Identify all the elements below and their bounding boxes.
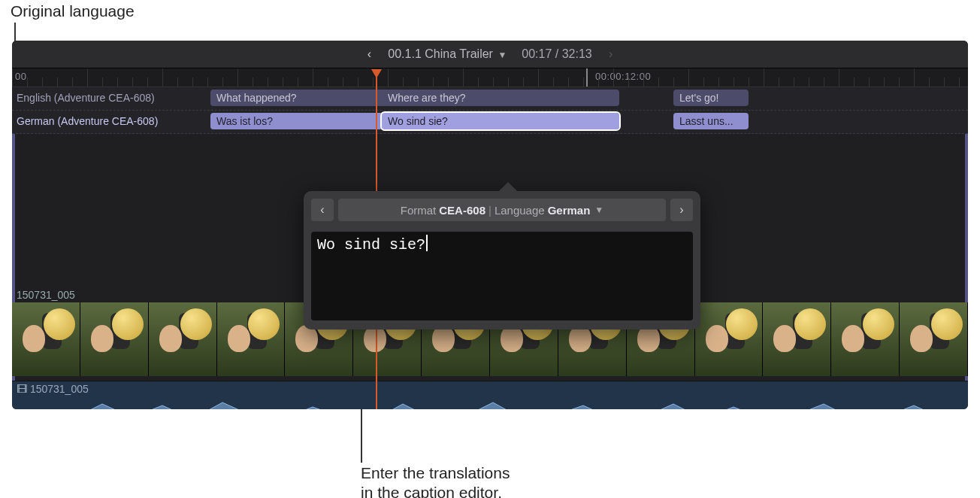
ruler-tick (42, 77, 43, 87)
caption-clip[interactable]: Lasst uns... (673, 113, 749, 129)
ruler-tick (177, 77, 178, 87)
playhead-handle-icon (371, 69, 382, 78)
ruler-tick (688, 68, 689, 87)
text-cursor-icon (426, 235, 428, 251)
waveform-icon (12, 396, 968, 409)
caption-clip[interactable]: Let's go! (673, 90, 749, 106)
ruler-tick (869, 77, 870, 87)
ruler-tick (298, 77, 298, 87)
ruler-tick (102, 77, 103, 87)
ruler-tick (583, 77, 584, 87)
thumbnail (149, 302, 217, 376)
audio-clip-name: 150731_005 (30, 383, 89, 395)
callout-original-language: Original language (11, 2, 135, 21)
caption-lane-english[interactable]: English (Adventure CEA-608) What happene… (12, 87, 968, 111)
lane-label: English (Adventure CEA-608) (17, 92, 155, 104)
ruler-tick (794, 77, 794, 87)
callout-text-line: Enter the translations (361, 463, 510, 483)
ruler-tick (809, 77, 809, 87)
ruler-tick (117, 77, 118, 87)
audio-waveform: 🎞︎ 150731_005 (12, 381, 968, 409)
timeline-panel: ‹ 00.1.1 China Trailer ▼ 00:17 / 32:13 ›… (12, 41, 968, 409)
thumbnail (763, 302, 831, 376)
ruler-tick (328, 77, 328, 87)
ruler-tick (358, 77, 358, 87)
ruler-tick (779, 77, 779, 87)
callout-enter-translations: Enter the translations in the caption ed… (361, 463, 510, 498)
lane-label: German (Adventure CEA-608) (17, 115, 158, 127)
ruler-tick (237, 68, 238, 87)
thumbnail (12, 302, 80, 376)
ruler-tick (643, 77, 644, 87)
ruler-tick (87, 68, 88, 87)
thumbnail (831, 302, 900, 376)
thumbnail (80, 302, 149, 376)
ruler-tick (959, 77, 960, 87)
caption-format-language-dropdown[interactable]: Format CEA-608 | Language German ▼ (338, 199, 666, 221)
ruler-tick (147, 77, 148, 87)
time-ruler[interactable]: 00 00:00:12:00 (12, 68, 968, 87)
ruler-label: 00 (15, 71, 26, 82)
ruler-tick (478, 77, 479, 87)
caption-clip-selected[interactable]: Wo sind sie? (382, 113, 619, 129)
callout-text-line: in the caption editor. (361, 483, 510, 498)
ruler-tick (824, 77, 824, 87)
next-caption-button[interactable]: › (670, 199, 693, 221)
caption-text-editor[interactable]: Wo sind sie? (311, 232, 693, 320)
ruler-tick (929, 77, 930, 87)
caption-text: Wo sind sie? (317, 236, 425, 254)
ruler-tick (132, 77, 133, 87)
ruler-tick (313, 68, 313, 87)
thumbnail (217, 302, 286, 376)
ruler-tick (12, 68, 13, 87)
ruler-tick (403, 77, 404, 87)
ruler-tick (613, 68, 614, 87)
ruler-tick (899, 77, 900, 87)
ruler-tick (222, 77, 223, 87)
ruler-tick (523, 77, 524, 87)
ruler-tick (733, 77, 734, 87)
ruler-tick (914, 68, 915, 87)
ruler-tick (192, 77, 193, 87)
thumbnail (695, 302, 764, 376)
chevron-down-icon: ▼ (594, 205, 603, 215)
history-forward-button[interactable]: › (601, 44, 621, 64)
filmstrip-icon: 🎞︎ (17, 383, 27, 395)
project-title-dropdown[interactable]: 00.1.1 China Trailer ▼ (388, 47, 507, 61)
prev-caption-button[interactable]: ‹ (311, 199, 334, 221)
ruler-tick (388, 68, 389, 87)
popover-header: ‹ Format CEA-608 | Language German ▼ › (304, 191, 700, 229)
audio-track[interactable]: 🎞︎ 150731_005 (12, 381, 968, 409)
language-label: Language (495, 204, 545, 217)
ruler-tick (343, 77, 343, 87)
caption-clip[interactable]: What happened? (210, 90, 388, 106)
ruler-tick (283, 77, 283, 87)
ruler-tick (658, 77, 659, 87)
history-back-button[interactable]: ‹ (359, 44, 379, 64)
format-label: Format (401, 204, 437, 217)
ruler-tick (764, 68, 764, 87)
ruler-tick (448, 77, 449, 87)
ruler-tick (839, 68, 839, 87)
timecode-display: 00:17 / 32:13 (522, 47, 591, 61)
ruler-tick (162, 68, 163, 87)
ruler-tick (673, 77, 674, 87)
caption-clip[interactable]: Where are they? (382, 90, 619, 106)
ruler-tick (433, 77, 434, 87)
ruler-tick (268, 77, 268, 87)
ruler-tick (854, 77, 854, 87)
ruler-tick (27, 77, 28, 87)
caption-editor-popover: ‹ Format CEA-608 | Language German ▼ › W… (304, 191, 700, 329)
ruler-tick (703, 77, 704, 87)
ruler-tick (598, 77, 599, 87)
caption-lane-german[interactable]: German (Adventure CEA-608) Was ist los? … (12, 111, 968, 134)
caption-clip[interactable]: Was ist los? (210, 113, 388, 129)
ruler-tick (373, 77, 374, 87)
ruler-tick (568, 77, 569, 87)
ruler-tick (493, 77, 494, 87)
ruler-tick (538, 68, 539, 87)
ruler-tick (207, 77, 208, 87)
ruler-tick (718, 77, 719, 87)
chevron-down-icon: ▼ (498, 50, 507, 60)
ruler-tick (884, 77, 885, 87)
